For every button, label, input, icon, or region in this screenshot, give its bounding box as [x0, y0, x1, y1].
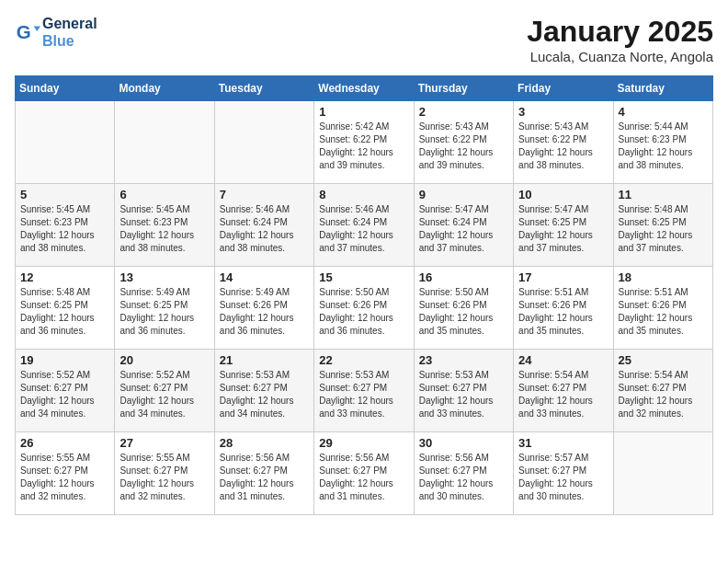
day-info: Sunrise: 5:50 AM Sunset: 6:26 PM Dayligh…	[319, 286, 408, 338]
day-info: Sunrise: 5:54 AM Sunset: 6:27 PM Dayligh…	[619, 369, 708, 420]
day-info: Sunrise: 5:56 AM Sunset: 6:27 PM Dayligh…	[419, 452, 508, 503]
calendar-cell: 9Sunrise: 5:47 AM Sunset: 6:24 PM Daylig…	[414, 184, 513, 267]
calendar-cell: 21Sunrise: 5:53 AM Sunset: 6:27 PM Dayli…	[214, 350, 313, 432]
day-info: Sunrise: 5:55 AM Sunset: 6:27 PM Dayligh…	[20, 452, 109, 503]
day-number: 7	[220, 188, 309, 201]
location-subtitle: Lucala, Cuanza Norte, Angola	[527, 49, 713, 64]
day-info: Sunrise: 5:42 AM Sunset: 6:22 PM Dayligh…	[319, 121, 408, 172]
day-number: 10	[518, 188, 608, 201]
day-info: Sunrise: 5:53 AM Sunset: 6:27 PM Dayligh…	[319, 369, 408, 420]
day-number: 26	[20, 436, 109, 450]
calendar-cell: 20Sunrise: 5:52 AM Sunset: 6:27 PM Dayli…	[115, 350, 214, 432]
day-info: Sunrise: 5:44 AM Sunset: 6:23 PM Dayligh…	[619, 121, 708, 172]
day-info: Sunrise: 5:52 AM Sunset: 6:27 PM Dayligh…	[20, 369, 109, 420]
day-number: 5	[20, 188, 109, 201]
svg-marker-1	[34, 27, 40, 32]
calendar-cell: 31Sunrise: 5:57 AM Sunset: 6:27 PM Dayli…	[514, 432, 613, 515]
calendar-cell	[16, 101, 115, 184]
calendar-cell: 30Sunrise: 5:56 AM Sunset: 6:27 PM Dayli…	[414, 432, 513, 515]
weekday-header: Thursday	[414, 76, 513, 101]
calendar-cell: 22Sunrise: 5:53 AM Sunset: 6:27 PM Dayli…	[314, 350, 414, 432]
day-info: Sunrise: 5:56 AM Sunset: 6:27 PM Dayligh…	[220, 452, 309, 503]
day-number: 8	[319, 188, 408, 201]
day-info: Sunrise: 5:53 AM Sunset: 6:27 PM Dayligh…	[419, 369, 508, 420]
day-number: 2	[419, 105, 508, 119]
weekday-header: Tuesday	[214, 76, 313, 101]
day-number: 21	[220, 353, 309, 367]
calendar-cell	[613, 432, 712, 515]
calendar-cell: 3Sunrise: 5:43 AM Sunset: 6:22 PM Daylig…	[514, 101, 613, 184]
day-number: 17	[518, 270, 608, 284]
calendar-cell: 6Sunrise: 5:45 AM Sunset: 6:23 PM Daylig…	[115, 184, 214, 267]
day-info: Sunrise: 5:45 AM Sunset: 6:23 PM Dayligh…	[20, 203, 109, 255]
calendar-cell: 11Sunrise: 5:48 AM Sunset: 6:25 PM Dayli…	[613, 184, 712, 267]
day-number: 19	[20, 353, 109, 367]
day-info: Sunrise: 5:46 AM Sunset: 6:24 PM Dayligh…	[319, 203, 408, 255]
calendar-cell: 4Sunrise: 5:44 AM Sunset: 6:23 PM Daylig…	[613, 101, 712, 184]
calendar-cell: 28Sunrise: 5:56 AM Sunset: 6:27 PM Dayli…	[214, 432, 313, 515]
day-info: Sunrise: 5:46 AM Sunset: 6:24 PM Dayligh…	[220, 203, 309, 255]
day-info: Sunrise: 5:48 AM Sunset: 6:25 PM Dayligh…	[619, 203, 708, 255]
calendar-header-row: SundayMondayTuesdayWednesdayThursdayFrid…	[16, 76, 713, 101]
calendar-cell: 25Sunrise: 5:54 AM Sunset: 6:27 PM Dayli…	[613, 350, 712, 432]
day-number: 22	[319, 353, 408, 367]
calendar-cell: 16Sunrise: 5:50 AM Sunset: 6:26 PM Dayli…	[414, 267, 513, 350]
day-info: Sunrise: 5:55 AM Sunset: 6:27 PM Dayligh…	[119, 452, 209, 503]
svg-text:G: G	[17, 21, 31, 42]
calendar-cell	[115, 101, 214, 184]
day-number: 29	[319, 436, 408, 450]
day-number: 23	[419, 353, 508, 367]
day-info: Sunrise: 5:49 AM Sunset: 6:25 PM Dayligh…	[119, 286, 209, 338]
day-info: Sunrise: 5:43 AM Sunset: 6:22 PM Dayligh…	[518, 121, 608, 172]
calendar-week-row: 1Sunrise: 5:42 AM Sunset: 6:22 PM Daylig…	[16, 101, 713, 184]
day-number: 28	[220, 436, 309, 450]
calendar-table: SundayMondayTuesdayWednesdayThursdayFrid…	[15, 75, 713, 515]
day-number: 31	[518, 436, 608, 450]
calendar-cell: 5Sunrise: 5:45 AM Sunset: 6:23 PM Daylig…	[16, 184, 115, 267]
title-block: January 2025 Lucala, Cuanza Norte, Angol…	[527, 15, 713, 64]
day-number: 16	[419, 270, 508, 284]
calendar-cell: 13Sunrise: 5:49 AM Sunset: 6:25 PM Dayli…	[115, 267, 214, 350]
logo-icon: G	[15, 19, 40, 45]
day-number: 6	[119, 188, 209, 201]
logo-text: General	[42, 15, 97, 32]
day-number: 14	[220, 270, 309, 284]
calendar-cell	[214, 101, 313, 184]
calendar-cell: 23Sunrise: 5:53 AM Sunset: 6:27 PM Dayli…	[414, 350, 513, 432]
day-number: 30	[419, 436, 508, 450]
calendar-cell: 7Sunrise: 5:46 AM Sunset: 6:24 PM Daylig…	[214, 184, 313, 267]
day-info: Sunrise: 5:51 AM Sunset: 6:26 PM Dayligh…	[619, 286, 708, 338]
month-title: January 2025	[527, 15, 713, 49]
calendar-week-row: 12Sunrise: 5:48 AM Sunset: 6:25 PM Dayli…	[16, 267, 713, 350]
calendar-cell: 1Sunrise: 5:42 AM Sunset: 6:22 PM Daylig…	[314, 101, 414, 184]
day-info: Sunrise: 5:54 AM Sunset: 6:27 PM Dayligh…	[518, 369, 608, 420]
day-info: Sunrise: 5:47 AM Sunset: 6:24 PM Dayligh…	[419, 203, 508, 255]
weekday-header: Sunday	[16, 76, 115, 101]
calendar-cell: 2Sunrise: 5:43 AM Sunset: 6:22 PM Daylig…	[414, 101, 513, 184]
calendar-cell: 10Sunrise: 5:47 AM Sunset: 6:25 PM Dayli…	[514, 184, 613, 267]
calendar-cell: 19Sunrise: 5:52 AM Sunset: 6:27 PM Dayli…	[16, 350, 115, 432]
day-info: Sunrise: 5:49 AM Sunset: 6:26 PM Dayligh…	[220, 286, 309, 338]
day-info: Sunrise: 5:50 AM Sunset: 6:26 PM Dayligh…	[419, 286, 508, 338]
calendar-week-row: 26Sunrise: 5:55 AM Sunset: 6:27 PM Dayli…	[16, 432, 713, 515]
day-number: 27	[119, 436, 209, 450]
day-number: 4	[619, 105, 708, 119]
day-info: Sunrise: 5:43 AM Sunset: 6:22 PM Dayligh…	[419, 121, 508, 172]
day-number: 15	[319, 270, 408, 284]
day-info: Sunrise: 5:52 AM Sunset: 6:27 PM Dayligh…	[119, 369, 209, 420]
calendar-cell: 8Sunrise: 5:46 AM Sunset: 6:24 PM Daylig…	[314, 184, 414, 267]
logo-subtext: Blue	[42, 32, 97, 50]
day-number: 9	[419, 188, 508, 201]
weekday-header: Wednesday	[314, 76, 414, 101]
weekday-header: Friday	[514, 76, 613, 101]
day-number: 18	[619, 270, 708, 284]
day-info: Sunrise: 5:48 AM Sunset: 6:25 PM Dayligh…	[20, 286, 109, 338]
day-number: 1	[319, 105, 408, 119]
day-info: Sunrise: 5:47 AM Sunset: 6:25 PM Dayligh…	[518, 203, 608, 255]
day-number: 13	[119, 270, 209, 284]
calendar-cell: 29Sunrise: 5:56 AM Sunset: 6:27 PM Dayli…	[314, 432, 414, 515]
day-info: Sunrise: 5:45 AM Sunset: 6:23 PM Dayligh…	[119, 203, 209, 255]
calendar-cell: 26Sunrise: 5:55 AM Sunset: 6:27 PM Dayli…	[16, 432, 115, 515]
calendar-week-row: 5Sunrise: 5:45 AM Sunset: 6:23 PM Daylig…	[16, 184, 713, 267]
weekday-header: Monday	[115, 76, 214, 101]
